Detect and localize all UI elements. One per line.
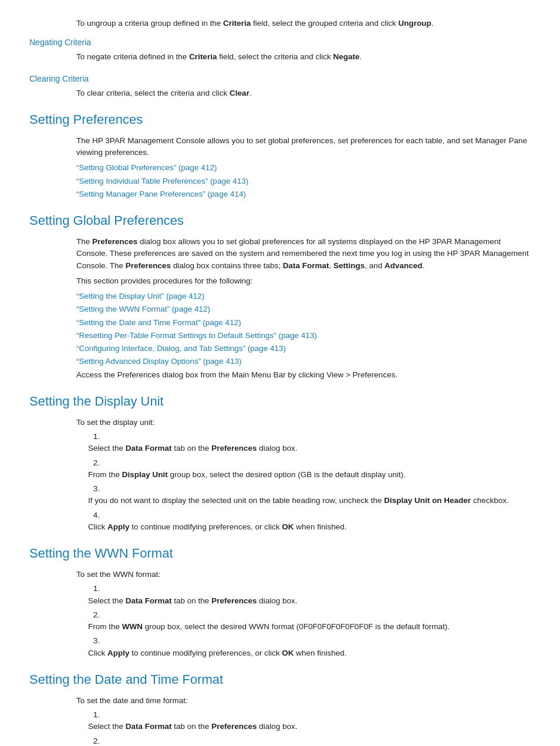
wwn-format-steps: 1. Select the Data Format tab on the Pre… xyxy=(88,583,531,659)
wwn-format-step-2: 2. From the WWN group box, select the de… xyxy=(88,609,531,633)
setting-date-time-heading: Setting the Date and Time Format xyxy=(29,670,531,689)
dt-preferences-bold: Preferences xyxy=(211,722,257,731)
setting-preferences-section: Setting Preferences The HP 3PAR Manageme… xyxy=(29,110,531,200)
setting-global-preferences-heading: Setting Global Preferences xyxy=(29,211,531,230)
preferences-bold2: Preferences xyxy=(126,261,171,270)
display-unit-intro: To set the display unit: xyxy=(76,417,531,428)
date-time-format-link[interactable]: “Setting the Date and Time Format” (page… xyxy=(76,317,531,329)
ok-bold: OK xyxy=(282,522,294,531)
display-unit-header-bold: Display Unit on Header xyxy=(384,496,471,505)
intro-ungroup-paragraph: To ungroup a criteria group defined in t… xyxy=(76,18,531,29)
setting-wwn-format-section: Setting the WWN Format To set the WWN fo… xyxy=(29,544,531,659)
display-unit-step-1: 1. Select the Data Format tab on the Pre… xyxy=(88,431,531,455)
wwn-preferences-bold: Preferences xyxy=(211,596,257,605)
setting-manager-pane-link[interactable]: “Setting Manager Pane Preferences” (page… xyxy=(76,188,531,200)
clearing-criteria-body: To clear criteria, select the criteria a… xyxy=(76,87,531,99)
display-unit-step-3: 3. If you do not want to display the sel… xyxy=(88,483,531,507)
apply-bold: Apply xyxy=(107,522,130,531)
setting-wwn-format-heading: Setting the WWN Format xyxy=(29,544,531,563)
resetting-pertable-link[interactable]: “Resetting Per-Table Format Settings to … xyxy=(76,330,531,342)
wwn-format-link[interactable]: “Setting the WWN Format” (page 412) xyxy=(76,303,531,315)
criteria-bold: Criteria xyxy=(223,19,251,28)
display-unit-steps: 1. Select the Data Format tab on the Pre… xyxy=(88,431,531,533)
wwn-format-step-1: 1. Select the Data Format tab on the Pre… xyxy=(88,583,531,607)
wwn-apply-bold: Apply xyxy=(107,649,130,657)
display-unit-step-4: 4. Click Apply to continue modifying pre… xyxy=(88,509,531,534)
date-time-intro: To set the date and time format: xyxy=(76,695,531,707)
clearing-criteria-section: Clearing Criteria To clear criteria, sel… xyxy=(29,73,531,99)
display-unit-step-2: 2. From the Display Unit group box, sele… xyxy=(88,457,531,481)
wwn-data-format-bold: Data Format xyxy=(126,596,172,605)
wwn-format-intro: To set the WWN format: xyxy=(76,569,531,580)
setting-global-preferences-body: The Preferences dialog box allows you to… xyxy=(76,236,531,272)
setting-global-preferences-section: Setting Global Preferences The Preferenc… xyxy=(29,211,531,381)
date-time-step-2: 2. From the Data Time group box, select … xyxy=(88,735,531,747)
display-unit-bold: Display Unit xyxy=(122,470,168,479)
settings-bold: Settings xyxy=(333,261,365,270)
setting-display-unit-heading: Setting the Display Unit xyxy=(29,391,531,411)
display-unit-link[interactable]: “Setting the Display Unit” (page 412) xyxy=(76,291,531,302)
wwn-bold: WWN xyxy=(122,622,143,631)
advanced-bold: Advanced xyxy=(384,261,423,270)
data-format-bold: Data Format xyxy=(283,261,329,270)
ungroup-bold: Ungroup xyxy=(399,19,431,28)
data-format-tab-bold: Data Format xyxy=(126,444,172,453)
date-time-steps: 1. Select the Data Format tab on the Pre… xyxy=(88,709,531,746)
dt-data-format-bold: Data Format xyxy=(126,722,172,731)
criteria-field-bold: Criteria xyxy=(189,52,217,61)
setting-individual-table-link[interactable]: “Setting Individual Table Preferences” (… xyxy=(76,175,531,187)
negating-criteria-body: To negate criteria defined in the Criter… xyxy=(76,51,531,63)
clear-bold: Clear xyxy=(230,89,249,97)
setting-date-time-section: Setting the Date and Time Format To set … xyxy=(29,670,531,746)
procedures-intro-text: This section provides procedures for the… xyxy=(76,275,531,287)
configuring-interface-link[interactable]: “Configuring Interface, Dialog, and Tab … xyxy=(76,343,531,355)
wwn-ok-bold: OK xyxy=(282,649,294,657)
setting-preferences-heading: Setting Preferences xyxy=(29,110,531,129)
clearing-criteria-heading: Clearing Criteria xyxy=(29,73,531,85)
date-time-step-1: 1. Select the Data Format tab on the Pre… xyxy=(88,709,531,733)
wwn-format-step-3: 3. Click Apply to continue modifying pre… xyxy=(88,635,531,659)
preferences-bold1: Preferences xyxy=(92,237,137,246)
negating-criteria-section: Negating Criteria To negate criteria def… xyxy=(29,36,531,63)
advanced-display-link[interactable]: “Setting Advanced Display Options” (page… xyxy=(76,356,531,367)
preferences-dlg-bold: Preferences xyxy=(211,444,257,453)
negating-criteria-heading: Negating Criteria xyxy=(29,36,531,49)
negate-bold: Negate xyxy=(333,52,360,61)
setting-preferences-body: The HP 3PAR Management Console allows yo… xyxy=(76,135,531,159)
setting-global-prefs-link[interactable]: “Setting Global Preferences” (page 412) xyxy=(76,162,531,174)
setting-display-unit-section: Setting the Display Unit To set the disp… xyxy=(29,391,531,533)
access-preferences-text: Access the Preferences dialog box from t… xyxy=(76,369,531,381)
